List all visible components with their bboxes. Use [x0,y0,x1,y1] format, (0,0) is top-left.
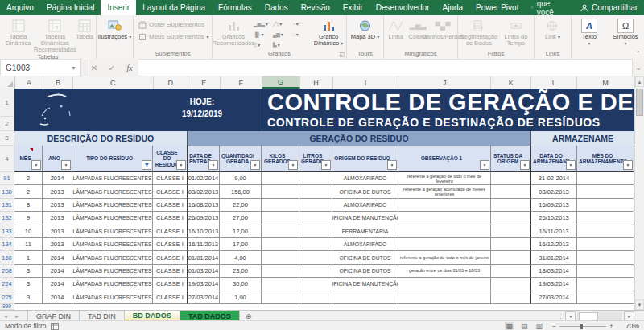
column-chart-button[interactable]: ▂▅▃▾ [254,19,273,29]
map-chart-button[interactable]: ▒▾ [254,39,273,50]
select-all-corner[interactable] [0,76,15,89]
table-header-cell[interactable]: ORIGEM DO RESÍDUO▼ [332,146,398,172]
cell[interactable]: 01/02/2014 [188,172,220,185]
cell[interactable]: LÂMPADAS FLUORESCENTES [72,238,153,251]
cell[interactable] [262,291,299,304]
cell[interactable] [262,199,299,212]
row-number[interactable]: 3 [0,131,14,146]
cell[interactable] [491,185,531,198]
cell[interactable]: 16/11/2013 [188,238,220,251]
cell[interactable] [299,212,332,225]
section-geracao[interactable]: GERAÇÃO DO RESÍDUO [188,131,531,146]
cell[interactable] [398,199,491,212]
cell[interactable]: 12,00 [220,225,262,238]
row-number[interactable]: 132 [0,212,14,225]
ribbon-tab-desenvolvedor[interactable]: Desenvolvedor [369,0,436,15]
cell[interactable]: 16/11/2013 [531,225,577,238]
ribbon-tab-página-inicial[interactable]: Página Inicial [40,0,101,15]
cell[interactable] [299,238,332,251]
filter-active-icon[interactable] [142,160,151,170]
cell[interactable]: 8 [14,199,43,212]
name-box-dropdown-icon[interactable]: ▼ [71,65,76,71]
cell[interactable] [491,212,531,225]
table-header-cell[interactable]: STATUS DA ORIGEM▼ [491,146,531,172]
filter-dropdown-icon[interactable]: ▼ [566,160,576,170]
insert-function-button[interactable]: fx [121,59,138,76]
tell-me-box[interactable]: Diga-me o que você deseja fazer [525,0,572,15]
cell[interactable] [577,185,634,198]
cell[interactable]: 16/12/2013 [531,238,577,251]
ribbon-tab-arquivo[interactable]: Arquivo [0,0,40,15]
cell[interactable]: ALMOXARIFADO [332,199,398,212]
row-number[interactable]: 160 [0,251,14,264]
cell[interactable] [398,212,491,225]
cell[interactable] [262,238,299,251]
cell[interactable] [491,278,531,291]
row-number[interactable]: 225 [0,291,14,304]
bar-chart-button[interactable]: ▐▌▾ [254,29,273,39]
cell[interactable]: 18/03/2014 [531,265,577,278]
cell[interactable]: 16/08/2013 [188,199,220,212]
column-header-F[interactable]: F [221,76,262,89]
empty-row[interactable] [14,304,634,310]
cell[interactable] [299,185,332,198]
cell[interactable]: 2013 [43,225,72,238]
column-header-A[interactable]: A [15,76,43,89]
cell[interactable]: CLASSE I [153,291,188,304]
row-number[interactable]: 999 [0,304,14,310]
column-header-L[interactable]: L [531,76,577,89]
filter-dropdown-icon[interactable]: ▼ [480,160,489,170]
table-header-cell[interactable]: MÊS▼ [14,146,43,172]
slicer-button[interactable]: Segmentação de Dados [459,16,499,47]
column-header-E[interactable]: E [188,76,221,89]
recommended-charts-button[interactable]: Gráficos Recomendados [213,16,254,47]
cell[interactable]: 16/10/2013 [188,225,220,238]
cell[interactable]: 2013 [43,212,72,225]
cell[interactable]: FERRAMENTARIA [332,225,398,238]
column-header-K[interactable]: K [491,76,531,89]
cell[interactable] [262,265,299,278]
horizontal-scroll-thumb[interactable] [579,312,598,320]
row-number[interactable]: 131 [0,199,14,212]
cell[interactable]: referente a geração de todo o mês de jan… [398,251,491,264]
page-break-view-button[interactable]: ▥ [535,322,545,330]
cell[interactable] [299,251,332,264]
cell[interactable]: 2014 [43,172,72,185]
cell[interactable] [398,291,491,304]
cell[interactable] [491,225,531,238]
cell[interactable]: CLASSE I [153,251,188,264]
cell[interactable]: CLASSE I [153,185,188,198]
filter-dropdown-icon[interactable]: ▼ [250,160,260,170]
cell[interactable]: CLASSE I [153,278,188,291]
table-header-cell[interactable]: DATA DO ARMAZENAMENTO▼ [531,146,577,172]
cell[interactable] [577,238,634,251]
cell[interactable]: 1,00 [220,291,262,304]
cell[interactable]: 22,00 [220,199,262,212]
cell[interactable]: 03/02/2013 [188,185,220,198]
ribbon-tab-revisão[interactable]: Revisão [295,0,336,15]
ribbon-tab-layout-da-página[interactable]: Layout da Página [136,0,212,15]
cell[interactable]: 10 [14,225,43,238]
cell[interactable]: 19/03/2014 [188,278,220,291]
cell[interactable] [299,225,332,238]
cell[interactable] [398,225,491,238]
filter-dropdown-icon[interactable]: ▼ [321,160,331,170]
cell[interactable]: 11 [14,238,43,251]
column-header-J[interactable]: J [398,76,491,89]
cell[interactable] [299,278,332,291]
filter-dropdown-icon[interactable]: ▼ [623,160,633,170]
scroll-left-icon[interactable]: ◂ [565,311,576,321]
recommended-pivots-button[interactable]: ? Tabelas Dinâmicas Recomendadas [35,16,74,53]
cell[interactable]: CLASSE I [153,212,188,225]
cell[interactable] [332,291,398,304]
vertical-scroll-thumb[interactable] [636,89,643,116]
pivot-table-button[interactable]: Tabela Dinâmica [1,16,35,47]
pivot-chart-button[interactable]: Gráfico Dinâmico ▾ [312,16,345,47]
cell[interactable]: 2014 [43,291,72,304]
splitter-dots[interactable]: ⋮ [558,313,564,320]
confirm-entry-button[interactable]: ✓ [103,59,121,76]
row-number[interactable]: 4 [0,146,14,172]
cell[interactable] [491,291,531,304]
cell[interactable]: 2 [14,172,43,185]
formula-input[interactable] [138,59,633,76]
